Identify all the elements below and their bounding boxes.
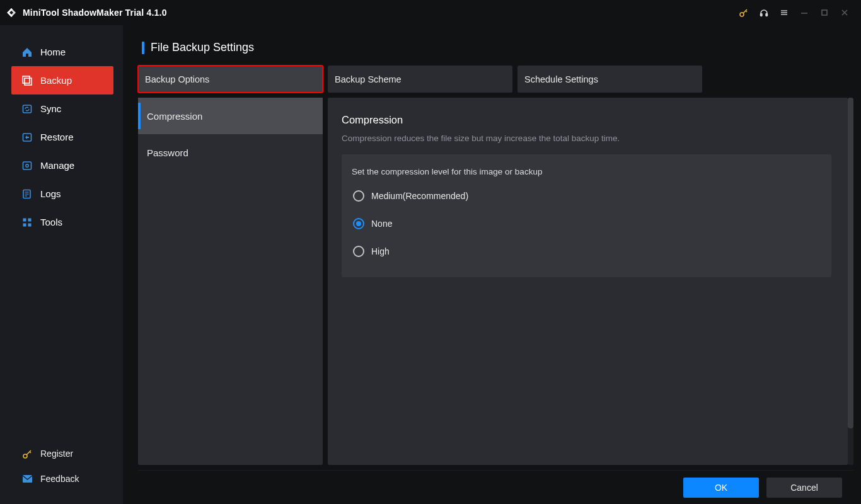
restore-icon <box>21 131 33 144</box>
key-icon[interactable] <box>734 3 754 23</box>
sidebar-item-home[interactable]: Home <box>11 38 120 66</box>
sidebar-item-feedback[interactable]: Feedback <box>11 466 123 491</box>
radio-label: Medium(Recommended) <box>371 191 468 201</box>
svg-rect-22 <box>23 223 26 226</box>
svg-rect-25 <box>23 475 32 483</box>
svg-rect-20 <box>23 218 26 221</box>
panel-heading: Compression <box>342 114 831 126</box>
scrollbar-thumb[interactable] <box>848 98 853 428</box>
svg-point-15 <box>26 164 28 166</box>
svg-rect-10 <box>23 76 30 83</box>
radio-icon <box>353 218 364 229</box>
radio-icon <box>353 246 364 257</box>
page-title-text: File Backup Settings <box>151 41 254 54</box>
logs-icon <box>21 188 33 200</box>
svg-rect-11 <box>25 78 32 85</box>
mail-icon <box>21 474 33 483</box>
page-title: File Backup Settings <box>142 41 853 54</box>
sidebar-item-label: Manage <box>40 160 74 171</box>
maximize-icon[interactable] <box>814 3 835 23</box>
svg-rect-1 <box>761 14 763 16</box>
key-icon <box>21 449 33 459</box>
sync-icon <box>21 103 33 115</box>
svg-rect-14 <box>23 162 32 169</box>
svg-rect-2 <box>766 14 768 16</box>
minimize-icon[interactable] <box>794 3 814 23</box>
ok-button[interactable]: OK <box>683 478 759 498</box>
option-item-label: Compression <box>147 111 202 122</box>
tab-label: Backup Options <box>145 74 209 84</box>
sidebar-item-restore[interactable]: Restore <box>11 123 120 151</box>
main-area: File Backup Settings Backup Options Back… <box>123 25 861 504</box>
footer: OK Cancel <box>138 470 853 504</box>
tools-icon <box>21 216 33 229</box>
option-item-label: Password <box>147 147 188 158</box>
tab-backup-options[interactable]: Backup Options <box>138 66 323 93</box>
sidebar: Home Backup Sync Restore Manage <box>0 25 123 504</box>
svg-rect-12 <box>23 105 32 113</box>
option-item-password[interactable]: Password <box>138 134 323 171</box>
sidebar-item-register[interactable]: Register <box>11 441 123 466</box>
home-icon <box>21 46 33 59</box>
panel-description: Compression reduces the file size but ma… <box>342 134 831 143</box>
radio-none[interactable]: None <box>352 218 821 229</box>
radio-icon <box>353 190 364 202</box>
option-box-title: Set the compression level for this image… <box>352 167 821 176</box>
sidebar-item-label: Sync <box>40 103 61 114</box>
app-logo-icon <box>5 6 18 19</box>
sidebar-item-label: Logs <box>40 188 61 199</box>
sidebar-item-backup[interactable]: Backup <box>11 66 113 94</box>
backup-icon <box>21 74 33 87</box>
scrollbar[interactable] <box>848 98 853 465</box>
sidebar-item-label: Tools <box>40 217 62 227</box>
radio-label: None <box>371 219 392 229</box>
settings-panel: Compression Compression reduces the file… <box>328 98 848 465</box>
button-label: OK <box>715 483 727 493</box>
sidebar-item-tools[interactable]: Tools <box>11 208 120 236</box>
tab-schedule-settings[interactable]: Schedule Settings <box>517 66 702 93</box>
option-item-compression[interactable]: Compression <box>138 98 323 134</box>
option-list: Compression Password <box>138 98 323 465</box>
sidebar-item-label: Register <box>40 449 73 459</box>
sidebar-item-sync[interactable]: Sync <box>11 94 120 123</box>
tabs-row: Backup Options Backup Scheme Schedule Se… <box>138 66 853 93</box>
app-title: MiniTool ShadowMaker Trial 4.1.0 <box>23 8 167 18</box>
headphones-icon[interactable] <box>754 3 774 23</box>
svg-rect-21 <box>28 218 32 221</box>
sidebar-item-label: Home <box>40 47 66 57</box>
sidebar-item-label: Backup <box>40 75 72 86</box>
compression-box: Set the compression level for this image… <box>342 154 831 277</box>
accent-bar-icon <box>142 42 144 54</box>
manage-icon <box>21 159 33 172</box>
tab-label: Backup Scheme <box>335 74 402 84</box>
button-label: Cancel <box>790 483 818 493</box>
tab-backup-scheme[interactable]: Backup Scheme <box>328 66 512 93</box>
radio-medium[interactable]: Medium(Recommended) <box>352 190 821 202</box>
svg-rect-23 <box>28 223 32 226</box>
menu-icon[interactable] <box>774 3 794 23</box>
radio-high[interactable]: High <box>352 246 821 257</box>
svg-rect-7 <box>822 10 827 15</box>
sidebar-item-label: Restore <box>40 132 74 142</box>
sidebar-item-label: Feedback <box>40 474 79 484</box>
sidebar-item-logs[interactable]: Logs <box>11 180 120 208</box>
titlebar: MiniTool ShadowMaker Trial 4.1.0 <box>0 0 861 25</box>
tab-label: Schedule Settings <box>524 74 598 84</box>
sidebar-item-manage[interactable]: Manage <box>11 151 120 180</box>
close-icon[interactable] <box>835 3 855 23</box>
cancel-button[interactable]: Cancel <box>766 478 842 498</box>
radio-label: High <box>371 246 390 256</box>
